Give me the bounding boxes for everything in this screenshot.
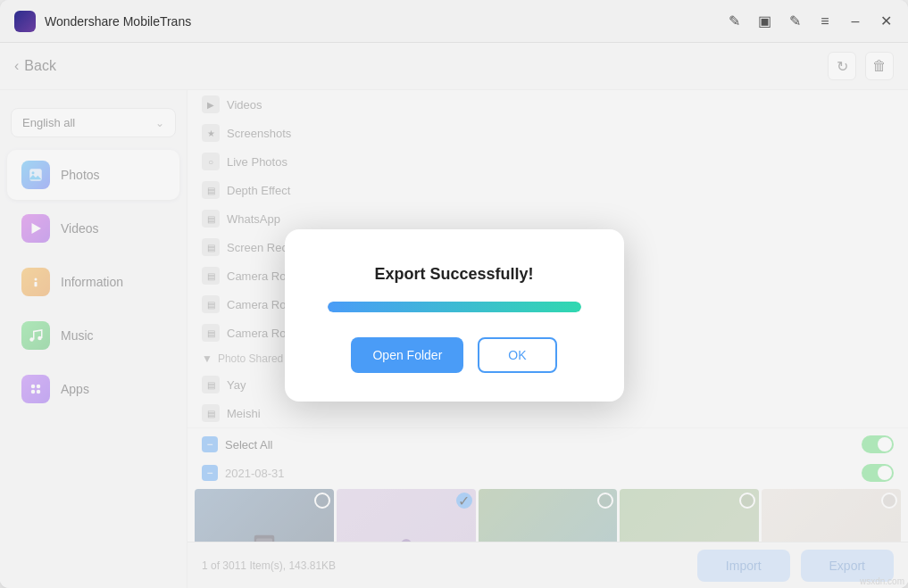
app-title: Wondershare MobileTrans <box>45 14 726 29</box>
progress-bar-container <box>328 302 581 312</box>
title-bar: Wondershare MobileTrans ✎ ▣ ✎ ≡ – ✕ <box>0 0 908 43</box>
open-folder-button[interactable]: Open Folder <box>351 337 463 373</box>
dialog-buttons: Open Folder OK <box>351 337 556 373</box>
title-bar-controls: ✎ ▣ ✎ ≡ – ✕ <box>726 13 894 29</box>
export-success-dialog: Export Successfully! Open Folder OK <box>285 229 624 402</box>
minimize-icon[interactable]: – <box>847 13 863 29</box>
profile-icon[interactable]: ✎ <box>726 13 742 29</box>
app-logo-icon <box>14 11 36 32</box>
edit-icon[interactable]: ✎ <box>787 13 803 29</box>
ok-button[interactable]: OK <box>478 337 556 373</box>
chat-icon[interactable]: ▣ <box>756 13 772 29</box>
menu-icon[interactable]: ≡ <box>817 13 833 29</box>
dialog-title: Export Successfully! <box>374 265 533 284</box>
progress-bar-fill <box>328 302 581 312</box>
modal-overlay: Export Successfully! Open Folder OK <box>0 43 908 588</box>
app-window: Wondershare MobileTrans ✎ ▣ ✎ ≡ – ✕ ‹ Ba… <box>0 0 908 588</box>
close-icon[interactable]: ✕ <box>878 13 894 29</box>
